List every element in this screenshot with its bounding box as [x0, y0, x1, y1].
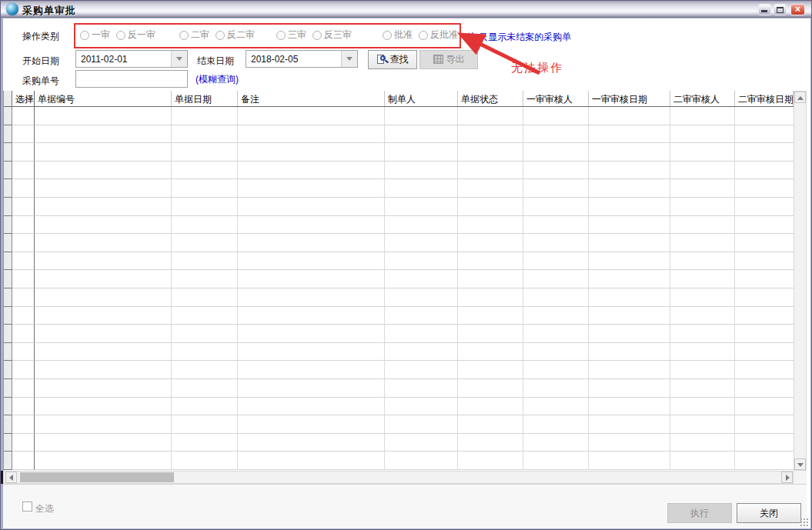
radio-circle-icon[interactable] — [80, 31, 89, 40]
close-button[interactable]: × — [790, 4, 805, 15]
radio-5[interactable]: 反三审 — [312, 28, 352, 42]
vertical-scrollbar[interactable] — [794, 91, 807, 471]
table-cell — [172, 307, 238, 325]
resize-grip-icon[interactable] — [800, 518, 809, 527]
table-row[interactable] — [4, 143, 794, 162]
horizontal-scroll-thumb[interactable] — [20, 472, 174, 482]
table-row[interactable] — [4, 179, 794, 198]
table-row[interactable] — [4, 398, 794, 416]
table-cell — [458, 125, 523, 144]
radio-6[interactable]: 批准 — [383, 28, 413, 42]
row-selector-cell[interactable] — [4, 343, 12, 362]
start-date-dropdown-icon[interactable] — [171, 51, 187, 67]
radio-7[interactable]: 反批准 — [419, 28, 458, 42]
table-row[interactable] — [4, 288, 794, 307]
table-row[interactable] — [4, 270, 794, 288]
table-row[interactable] — [4, 216, 794, 235]
row-selector-cell[interactable] — [4, 325, 12, 343]
radio-4[interactable]: 三审 — [276, 28, 306, 42]
find-button[interactable]: 查找 — [368, 50, 417, 69]
row-selector-cell[interactable] — [4, 179, 12, 198]
row-selector-cell[interactable] — [4, 379, 12, 398]
radio-circle-icon[interactable] — [312, 31, 322, 40]
radio-circle-icon[interactable] — [276, 31, 286, 40]
radio-1[interactable]: 反一审 — [116, 28, 155, 42]
column-header-2: 单据日期 — [172, 91, 238, 106]
table-cell — [238, 307, 385, 325]
row-selector-cell[interactable] — [4, 361, 12, 379]
table-cell — [589, 379, 670, 398]
table-cell — [238, 434, 385, 452]
radio-2[interactable]: 二审 — [179, 28, 209, 42]
title-bar[interactable]: 采购单审批 × — [1, 1, 811, 18]
minimize-button[interactable] — [758, 4, 771, 15]
start-date-combo[interactable]: 2011-02-01 — [75, 50, 188, 68]
table-cell — [238, 398, 385, 416]
scroll-down-button[interactable] — [794, 458, 806, 470]
execute-button[interactable]: 执行 — [667, 503, 732, 523]
table-cell — [458, 361, 523, 379]
scroll-up-button[interactable] — [794, 92, 806, 103]
table-row[interactable] — [4, 125, 794, 144]
row-selector-cell[interactable] — [4, 252, 12, 271]
row-selector-cell[interactable] — [4, 198, 12, 216]
table-cell — [523, 107, 589, 125]
radio-3[interactable]: 反二审 — [216, 28, 255, 42]
table-cell — [238, 125, 385, 144]
table-cell — [238, 379, 385, 398]
table-row[interactable] — [4, 307, 794, 325]
radio-0[interactable]: 一审 — [80, 28, 110, 42]
table-row[interactable] — [4, 379, 794, 398]
table-row[interactable] — [4, 434, 794, 452]
radio-circle-icon[interactable] — [179, 31, 189, 40]
end-date-dropdown-icon[interactable] — [341, 51, 357, 67]
radio-circle-icon[interactable] — [116, 31, 125, 40]
row-selector-cell[interactable] — [4, 270, 12, 288]
row-selector-cell[interactable] — [4, 307, 12, 325]
row-selector-cell[interactable] — [4, 143, 12, 162]
scroll-left-button[interactable] — [5, 472, 17, 483]
table-row[interactable] — [4, 325, 794, 343]
row-selector-cell[interactable] — [4, 162, 12, 180]
table-cell — [238, 288, 385, 307]
row-selector-cell[interactable] — [4, 125, 12, 144]
radio-circle-icon[interactable] — [383, 31, 392, 40]
table-body[interactable] — [4, 107, 794, 470]
table-cell — [12, 434, 35, 452]
row-selector-cell[interactable] — [4, 452, 12, 470]
row-selector-cell[interactable] — [4, 234, 12, 252]
row-selector-cell[interactable] — [4, 415, 12, 434]
row-selector-cell[interactable] — [4, 398, 12, 416]
table-row[interactable] — [4, 361, 794, 379]
table-cell — [670, 307, 735, 325]
table-cell — [458, 216, 523, 235]
table-row[interactable] — [4, 107, 794, 125]
table-cell — [670, 198, 735, 216]
export-button[interactable]: 导出 — [419, 50, 478, 69]
table-cell — [735, 434, 794, 452]
horizontal-scrollbar[interactable] — [3, 471, 794, 484]
scroll-right-button[interactable] — [781, 472, 793, 483]
end-date-combo[interactable]: 2018-02-05 — [246, 50, 358, 68]
radio-circle-icon[interactable] — [216, 31, 225, 40]
row-selector-cell[interactable] — [4, 107, 12, 125]
table-row[interactable] — [4, 343, 794, 362]
end-date-value: 2018-02-05 — [251, 54, 298, 65]
row-selector-cell[interactable] — [4, 216, 12, 235]
close-dialog-button[interactable]: 关闭 — [737, 503, 801, 523]
table-cell — [458, 452, 523, 470]
table-row[interactable] — [4, 198, 794, 216]
po-number-input[interactable] — [75, 70, 188, 88]
table-row[interactable] — [4, 452, 794, 470]
table-row[interactable] — [4, 252, 794, 271]
maximize-button[interactable] — [774, 4, 787, 15]
radio-circle-icon[interactable] — [419, 31, 428, 40]
table-row[interactable] — [4, 234, 794, 252]
table-row[interactable] — [4, 415, 794, 434]
row-selector-cell[interactable] — [4, 434, 12, 452]
select-all-checkbox[interactable] — [22, 502, 32, 512]
table-cell — [35, 361, 172, 379]
row-selector-cell[interactable] — [4, 288, 12, 307]
table-row[interactable] — [4, 162, 794, 180]
column-header-4: 制单人 — [385, 91, 458, 106]
